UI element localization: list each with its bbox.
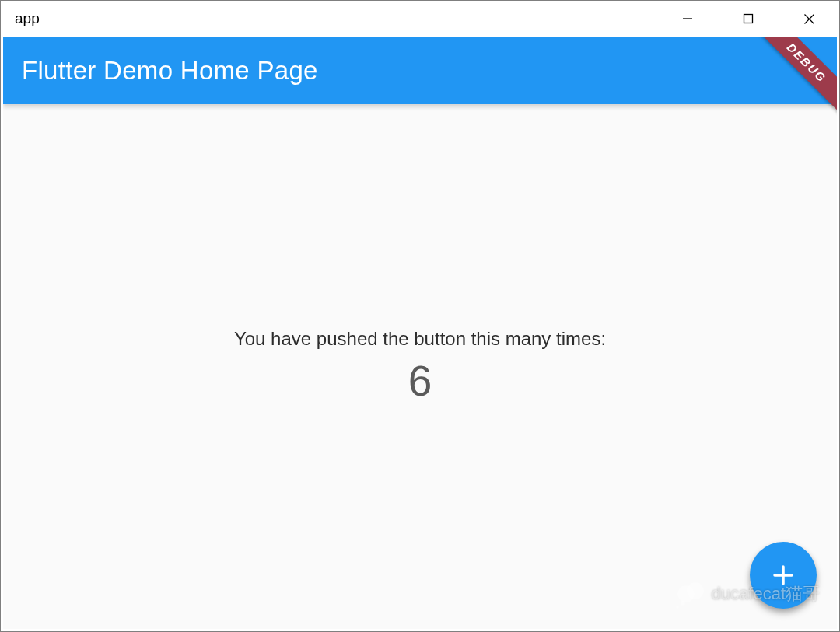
increment-fab[interactable] xyxy=(750,542,817,609)
minimize-button[interactable] xyxy=(657,1,718,37)
close-icon xyxy=(803,13,815,25)
close-button[interactable] xyxy=(779,1,839,37)
content-area: You have pushed the button this many tim… xyxy=(3,104,837,629)
titlebar: app xyxy=(1,1,839,37)
app-body: Flutter Demo Home Page DEBUG You have pu… xyxy=(1,37,839,631)
minimize-icon xyxy=(682,13,693,24)
window-title: app xyxy=(1,10,40,27)
push-count-label: You have pushed the button this many tim… xyxy=(234,328,606,350)
plus-icon xyxy=(769,561,797,589)
svg-rect-1 xyxy=(744,15,753,23)
appbar: Flutter Demo Home Page DEBUG xyxy=(3,37,837,104)
window-controls xyxy=(657,1,839,37)
maximize-icon xyxy=(743,13,754,24)
window-frame: app Flutter Demo Home Page DEBUG You hav… xyxy=(0,0,840,632)
appbar-title: Flutter Demo Home Page xyxy=(22,56,318,86)
maximize-button[interactable] xyxy=(718,1,779,37)
counter-value: 6 xyxy=(408,356,432,406)
